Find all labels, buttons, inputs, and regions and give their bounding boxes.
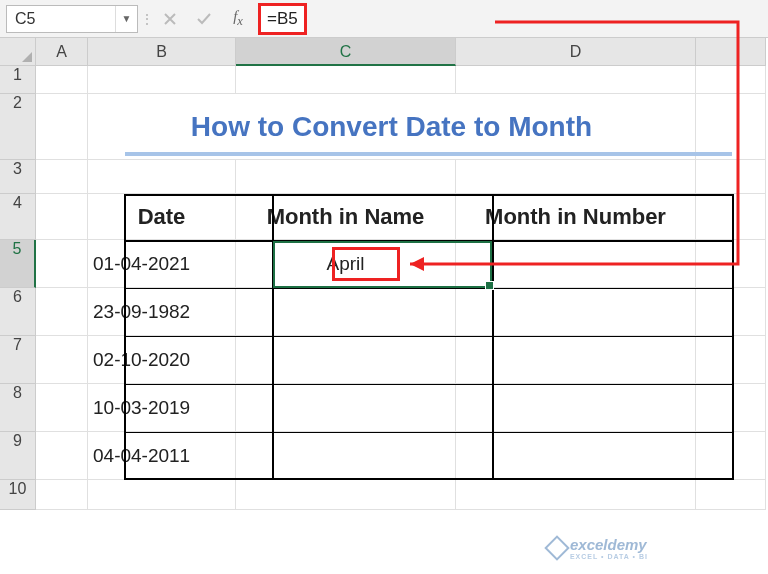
cell[interactable] — [236, 66, 456, 94]
cell[interactable] — [456, 160, 696, 194]
row-header-1[interactable]: 1 — [0, 66, 36, 94]
cell-date[interactable]: 02-10-2020 — [88, 336, 236, 384]
cell[interactable] — [36, 160, 88, 194]
table-divider — [124, 240, 734, 242]
row-header-10[interactable]: 10 — [0, 480, 36, 510]
cell[interactable] — [696, 336, 766, 384]
cell[interactable] — [696, 480, 766, 510]
table-row: 01-04-2021 April — [36, 240, 766, 288]
cell-date[interactable]: 23-09-1982 — [88, 288, 236, 336]
cell[interactable] — [696, 194, 766, 240]
grid: 1 2 3 4 5 6 7 8 9 10 How to Convert Date… — [0, 66, 768, 510]
col-header-d[interactable]: D — [456, 38, 696, 66]
page-title[interactable]: How to Convert Date to Month — [88, 94, 696, 160]
cell[interactable] — [696, 240, 766, 288]
table-divider — [124, 432, 734, 433]
cell[interactable] — [236, 160, 456, 194]
cell[interactable] — [696, 160, 766, 194]
name-box[interactable]: C5 ▼ — [6, 5, 138, 33]
cell[interactable] — [36, 288, 88, 336]
name-box-value: C5 — [7, 10, 115, 28]
cell[interactable] — [696, 288, 766, 336]
chevron-down-icon[interactable]: ▼ — [115, 6, 137, 32]
row-header-6[interactable]: 6 — [0, 288, 36, 336]
cell-date[interactable]: 10-03-2019 — [88, 384, 236, 432]
divider-icon: ⋮ — [144, 7, 150, 31]
cell[interactable] — [696, 384, 766, 432]
table-divider — [272, 194, 274, 480]
cells: How to Convert Date to Month Date Month … — [36, 66, 766, 510]
cell[interactable] — [36, 336, 88, 384]
row-header-8[interactable]: 8 — [0, 384, 36, 432]
fx-icon: fx — [233, 8, 243, 29]
row-header-7[interactable]: 7 — [0, 336, 36, 384]
row-headers: 1 2 3 4 5 6 7 8 9 10 — [0, 66, 36, 510]
cell[interactable] — [456, 66, 696, 94]
cell[interactable] — [36, 94, 88, 160]
col-header-a[interactable]: A — [36, 38, 88, 66]
cell-month-name[interactable] — [236, 432, 456, 480]
table-row: 04-04-2011 — [36, 432, 766, 480]
cell-date[interactable]: 01-04-2021 — [88, 240, 236, 288]
cell[interactable] — [456, 480, 696, 510]
cell[interactable] — [696, 66, 766, 94]
title-underline — [125, 152, 732, 156]
row-header-3[interactable]: 3 — [0, 160, 36, 194]
cell-month-name[interactable] — [236, 336, 456, 384]
table-header-date[interactable]: Date — [88, 194, 236, 240]
table-header-month-name[interactable]: Month in Name — [236, 194, 456, 240]
enter-formula-button[interactable] — [190, 5, 218, 33]
watermark: exceldemy EXCEL • DATA • BI — [548, 536, 648, 560]
table-divider — [492, 194, 494, 480]
col-header-c[interactable]: C — [236, 38, 456, 66]
formula-input[interactable]: =B5 — [258, 5, 762, 33]
row-header-9[interactable]: 9 — [0, 432, 36, 480]
cell[interactable] — [36, 194, 88, 240]
table-divider — [124, 384, 734, 385]
cell[interactable] — [236, 480, 456, 510]
column-header-row: A B C D — [0, 38, 768, 66]
select-all-corner[interactable] — [0, 38, 36, 66]
table-divider — [124, 336, 734, 337]
cell[interactable] — [88, 160, 236, 194]
cell[interactable] — [88, 66, 236, 94]
cell[interactable] — [36, 480, 88, 510]
formula-bar: C5 ▼ ⋮ fx =B5 — [0, 0, 768, 38]
col-header-blank[interactable] — [696, 38, 766, 66]
row-header-5[interactable]: 5 — [0, 240, 36, 288]
table-row: 02-10-2020 — [36, 336, 766, 384]
cell[interactable] — [696, 432, 766, 480]
watermark-brand: exceldemy — [570, 536, 647, 553]
table-row: 23-09-1982 — [36, 288, 766, 336]
cell[interactable] — [36, 432, 88, 480]
watermark-tag: EXCEL • DATA • BI — [570, 553, 648, 560]
table-divider — [124, 288, 734, 289]
insert-function-button[interactable]: fx — [224, 5, 252, 33]
row-header-2[interactable]: 2 — [0, 94, 36, 160]
cell[interactable] — [36, 240, 88, 288]
cell-month-name[interactable] — [236, 384, 456, 432]
formula-text: =B5 — [258, 3, 307, 35]
cell-date[interactable]: 04-04-2011 — [88, 432, 236, 480]
col-header-b[interactable]: B — [88, 38, 236, 66]
cell[interactable] — [88, 480, 236, 510]
cell[interactable] — [36, 384, 88, 432]
table-row: 10-03-2019 — [36, 384, 766, 432]
cell-month-name[interactable]: April — [236, 240, 456, 288]
cell[interactable] — [696, 94, 766, 160]
cell[interactable] — [36, 66, 88, 94]
cancel-formula-button[interactable] — [156, 5, 184, 33]
row-header-4[interactable]: 4 — [0, 194, 36, 240]
logo-icon — [544, 535, 569, 560]
cell-month-name[interactable] — [236, 288, 456, 336]
